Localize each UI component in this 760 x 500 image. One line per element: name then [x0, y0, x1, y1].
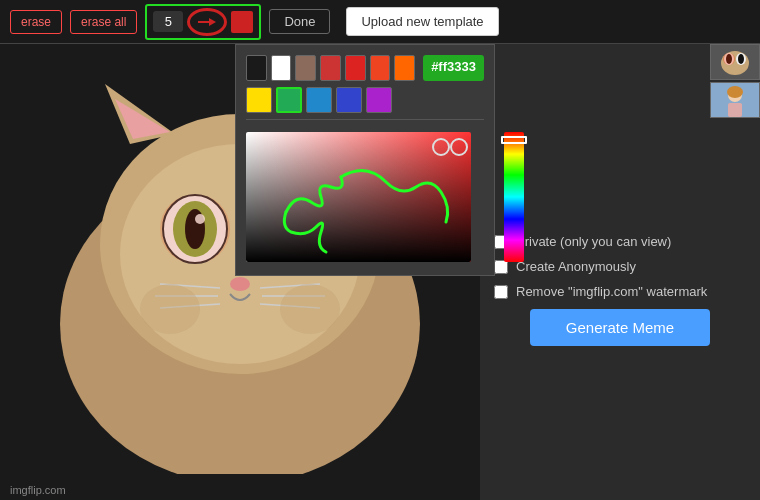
thumbnail-cat[interactable]	[710, 44, 760, 80]
watermark-option-row: Remove "imgflip.com" watermark	[494, 284, 746, 299]
erase-all-button[interactable]: erase all	[70, 10, 137, 34]
swatch-red[interactable]	[345, 55, 366, 81]
generate-meme-button[interactable]: Generate Meme	[530, 309, 710, 346]
swatch-row-1: #ff3333	[246, 55, 484, 81]
upload-template-button[interactable]: Upload new template	[346, 7, 498, 36]
swatch-orange[interactable]	[394, 55, 415, 81]
hue-indicator	[501, 136, 527, 144]
main-area: imgflip.com #ff3333	[0, 44, 760, 500]
right-panel: #ff3333	[480, 44, 760, 500]
anonymous-label: Create Anonymously	[516, 259, 636, 274]
watermark-checkbox[interactable]	[494, 285, 508, 299]
swatch-orange-red[interactable]	[370, 55, 391, 81]
hue-slider-container	[504, 132, 524, 262]
svg-point-38	[723, 53, 735, 65]
svg-point-37	[738, 54, 744, 64]
color-gradient-area	[246, 126, 496, 262]
swatch-row-2	[246, 87, 484, 113]
thumb-woman-img	[711, 83, 759, 117]
swatch-white[interactable]	[271, 55, 292, 81]
swatch-green[interactable]	[276, 87, 302, 113]
swatch-dark-red[interactable]	[320, 55, 341, 81]
svg-point-27	[140, 284, 200, 334]
footer-brand: imgflip.com	[10, 484, 66, 496]
svg-point-29	[160, 194, 230, 264]
hue-slider[interactable]	[504, 132, 524, 262]
arrow-circle[interactable]	[187, 8, 227, 36]
swatch-dark-blue[interactable]	[336, 87, 362, 113]
svg-point-31	[451, 139, 467, 155]
size-input[interactable]	[153, 11, 183, 32]
svg-marker-1	[209, 18, 216, 26]
svg-point-20	[230, 277, 250, 291]
anonymous-option-row: Create Anonymously	[494, 259, 746, 274]
swatch-purple[interactable]	[366, 87, 392, 113]
active-color-swatch[interactable]	[231, 11, 253, 33]
color-picker-popup: #ff3333	[235, 44, 495, 276]
watermark-label: Remove "imgflip.com" watermark	[516, 284, 707, 299]
svg-rect-41	[728, 103, 742, 117]
hex-display: #ff3333	[423, 55, 484, 81]
swatch-black[interactable]	[246, 55, 267, 81]
divider	[246, 119, 484, 120]
swatch-yellow[interactable]	[246, 87, 272, 113]
swatch-brown[interactable]	[295, 55, 316, 81]
thumbnail-strip	[710, 44, 760, 118]
thumbnail-woman[interactable]	[710, 82, 760, 118]
color-gradient[interactable]	[246, 132, 471, 262]
private-option-row: Private (only you can view)	[494, 234, 746, 249]
svg-point-30	[433, 139, 449, 155]
private-label: Private (only you can view)	[516, 234, 671, 249]
done-button[interactable]: Done	[269, 9, 330, 34]
swatch-blue[interactable]	[306, 87, 332, 113]
toolbar: erase erase all Done Upload new template	[0, 0, 760, 44]
thumb-cat-img	[711, 45, 759, 79]
erase-button[interactable]: erase	[10, 10, 62, 34]
green-scribble	[246, 132, 471, 262]
svg-point-28	[280, 284, 340, 334]
svg-point-42	[727, 86, 743, 98]
size-box	[145, 4, 261, 40]
